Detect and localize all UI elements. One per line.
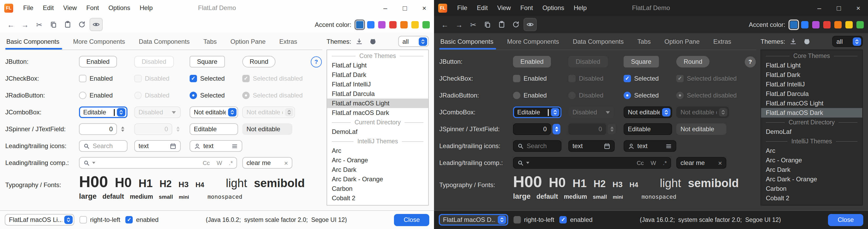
theme-list-item[interactable]: Cobalt 2 — [761, 194, 862, 203]
menu-font[interactable]: Font — [82, 0, 104, 16]
not-editable-combobox[interactable]: Not editable — [624, 107, 672, 118]
tab-extras[interactable]: Extras — [707, 33, 738, 50]
tab-basic-components[interactable]: Basic Components — [5, 33, 66, 50]
checkbox-selected[interactable]: ✓Selected — [624, 75, 659, 82]
accent-swatch-blue[interactable] — [801, 21, 808, 28]
combobox-arrow-button[interactable] — [497, 216, 506, 224]
editable-textfield[interactable]: Editable — [624, 123, 672, 135]
show-hidden-toggle-button[interactable] — [90, 18, 103, 31]
forward-button[interactable]: → — [19, 18, 32, 31]
search-field[interactable]: Search — [79, 140, 127, 152]
right-to-left-checkbox[interactable]: right-to-left — [80, 216, 120, 224]
menu-view[interactable]: View — [493, 0, 516, 16]
theme-list-item[interactable]: DemoLaf — [327, 127, 428, 137]
theme-list-item[interactable]: DemoLaf — [761, 127, 862, 137]
square-button[interactable]: Square — [190, 56, 225, 67]
theme-list-item[interactable]: FlatLaf Dark — [327, 70, 428, 80]
radio-selected[interactable]: Selected — [624, 92, 659, 99]
theme-list-item[interactable]: FlatLaf macOS Dark — [327, 108, 428, 117]
tab-data-components[interactable]: Data Components — [132, 33, 196, 50]
combobox-arrow-button[interactable] — [852, 37, 861, 46]
download-themes-button[interactable] — [353, 35, 365, 47]
tab-more-components[interactable]: More Components — [500, 33, 566, 50]
combobox-arrow-button[interactable] — [64, 216, 72, 224]
spinner-arrows[interactable] — [553, 124, 560, 134]
menu-edit[interactable]: Edit — [472, 0, 493, 16]
enabled-button[interactable]: Enabled — [79, 56, 117, 67]
regex-toggle[interactable]: .* — [229, 160, 233, 166]
paste-button[interactable] — [495, 18, 508, 31]
accent-swatch-orange[interactable] — [834, 21, 842, 28]
match-case-toggle[interactable]: Cc — [203, 160, 210, 166]
whole-words-toggle[interactable]: W — [651, 160, 656, 166]
close-dialog-button[interactable]: Close — [394, 214, 429, 226]
checkbox-enabled[interactable]: Enabled — [513, 75, 547, 82]
tab-data-components[interactable]: Data Components — [566, 33, 630, 50]
tab-tabs[interactable]: Tabs — [630, 33, 658, 50]
paste-button[interactable] — [61, 18, 74, 31]
checkbox-enabled[interactable]: Enabled — [79, 75, 113, 82]
theme-list-item[interactable]: FlatLaf IntelliJ — [327, 80, 428, 89]
accent-swatch-red[interactable] — [389, 21, 397, 28]
radio-enabled[interactable]: Enabled — [79, 92, 113, 99]
theme-list-item[interactable]: FlatLaf Light — [761, 61, 862, 70]
menu-options[interactable]: Options — [104, 0, 135, 16]
menu-font[interactable]: Font — [516, 0, 538, 16]
theme-list-item[interactable]: FlatLaf Light — [327, 61, 428, 70]
tab-more-components[interactable]: More Components — [66, 33, 132, 50]
tab-option-pane[interactable]: Option Pane — [658, 33, 706, 50]
checkbox-selected[interactable]: ✓Selected — [190, 75, 225, 82]
date-field[interactable]: text — [134, 140, 181, 152]
help-button[interactable]: ? — [311, 56, 321, 67]
menu-help[interactable]: Help — [135, 0, 157, 16]
cut-button[interactable]: ✂ — [467, 18, 480, 31]
clear-me-field[interactable]: clear me × — [676, 157, 726, 169]
clear-icon[interactable]: × — [718, 159, 722, 167]
editable-textfield[interactable]: Editable — [190, 123, 238, 135]
menu-view[interactable]: View — [59, 0, 82, 16]
close-dialog-button[interactable]: Close — [828, 214, 863, 226]
cut-button[interactable]: ✂ — [33, 18, 46, 31]
accent-swatch-yellow[interactable] — [845, 21, 853, 28]
tab-option-pane[interactable]: Option Pane — [224, 33, 272, 50]
accent-swatch-blue-selected[interactable] — [356, 21, 364, 28]
theme-list-item[interactable]: FlatLaf Darcula — [761, 89, 862, 98]
search-with-options-field[interactable]: Cc W .* — [513, 157, 671, 169]
download-themes-button[interactable] — [787, 35, 799, 47]
theme-list-item[interactable]: Arc Dark - Orange — [761, 174, 862, 184]
theme-list-item[interactable]: FlatLaf IntelliJ — [761, 80, 862, 89]
editable-combobox[interactable]: Editable — [79, 107, 127, 118]
copy-button[interactable] — [47, 18, 60, 31]
menu-file[interactable]: File — [453, 0, 472, 16]
theme-list-item[interactable]: FlatLaf macOS Light — [327, 98, 428, 108]
theme-list-item[interactable]: FlatLaf Darcula — [327, 89, 428, 98]
menu-list-icon[interactable] — [665, 143, 672, 149]
round-button[interactable]: Round — [676, 56, 710, 67]
accent-swatch-green[interactable] — [423, 21, 430, 28]
accent-swatch-purple[interactable] — [812, 21, 819, 28]
copy-button[interactable] — [481, 18, 494, 31]
back-button[interactable]: ← — [4, 18, 18, 31]
right-to-left-checkbox[interactable]: right-to-left — [514, 216, 554, 224]
combobox-arrow-button[interactable] — [117, 108, 125, 116]
combobox-arrow-button[interactable] — [551, 108, 559, 116]
accent-swatch-purple[interactable] — [378, 21, 385, 28]
enabled-button[interactable]: Enabled — [513, 56, 551, 67]
user-field[interactable]: text — [190, 140, 242, 152]
accent-swatch-yellow[interactable] — [411, 21, 419, 28]
laf-combo[interactable]: FlatLaf macOS D... — [439, 214, 508, 226]
spinner-value[interactable]: 0 — [513, 123, 551, 135]
theme-list-item[interactable]: Carbon — [761, 184, 862, 194]
refresh-button[interactable] — [509, 18, 523, 31]
help-button[interactable]: ? — [745, 56, 755, 67]
github-button[interactable] — [367, 35, 378, 47]
tab-extras[interactable]: Extras — [273, 33, 304, 50]
theme-list-item[interactable]: Arc - Orange — [327, 155, 428, 165]
square-button[interactable]: Square — [624, 56, 659, 67]
refresh-button[interactable] — [75, 18, 89, 31]
spinner[interactable]: 0 — [513, 123, 560, 135]
theme-list-item[interactable]: Arc — [327, 146, 428, 155]
calendar-icon[interactable] — [603, 143, 611, 149]
back-button[interactable]: ← — [438, 18, 452, 31]
themes-filter-combo[interactable]: all — [832, 36, 863, 47]
